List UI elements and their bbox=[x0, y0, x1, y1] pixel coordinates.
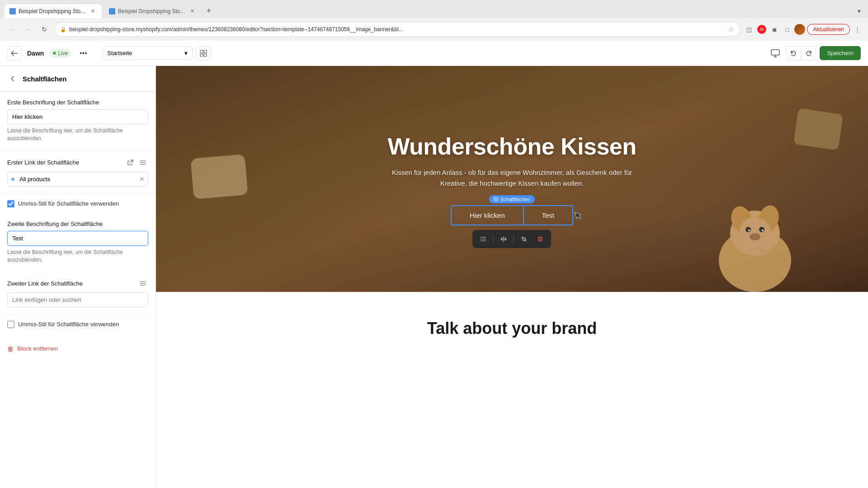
second-button-hint: Lasse die Beschriftung leer, um die Scha… bbox=[7, 249, 148, 264]
browser-icons: ◫ O ◙ □ Aktualisieren ⋮ bbox=[744, 24, 863, 35]
hero-content: Wunderschöne Kissen Kissen für jeden Anl… bbox=[377, 124, 648, 235]
wallet-icon[interactable]: ◙ bbox=[769, 24, 780, 35]
bookmark-icon[interactable]: ☆ bbox=[728, 26, 734, 33]
tab-bar: Beispiel Dropshipping Store · ✕ Beispiel… bbox=[0, 0, 868, 18]
forward-nav-button[interactable]: → bbox=[22, 23, 34, 36]
external-link-icon[interactable] bbox=[125, 157, 136, 168]
first-link-label-text: Erster Link der Schaltfläche bbox=[7, 159, 79, 166]
svg-rect-3 bbox=[204, 54, 207, 56]
first-button-input[interactable] bbox=[7, 109, 148, 124]
browse-link-icon-2[interactable] bbox=[137, 278, 148, 289]
toolbar-divider-2 bbox=[514, 235, 514, 244]
desktop-view-button[interactable] bbox=[768, 46, 783, 61]
svg-rect-17 bbox=[538, 238, 542, 241]
sidebar: Schaltflächen Erste Beschriftung der Sch… bbox=[0, 66, 156, 488]
extensions-icon[interactable]: ◫ bbox=[744, 24, 755, 35]
update-button[interactable]: Aktualisieren bbox=[807, 24, 850, 35]
topbar-back-button[interactable] bbox=[7, 46, 22, 61]
first-link-section: Erster Link der Schaltfläche ◈ ✕ bbox=[0, 150, 156, 194]
browser-chrome: Beispiel Dropshipping Store · ✕ Beispiel… bbox=[0, 0, 868, 41]
svg-rect-0 bbox=[200, 50, 203, 53]
browse-link-icon[interactable] bbox=[137, 157, 148, 168]
outline-label-2: Umriss-Stil für Schaltfläche verwenden bbox=[18, 320, 119, 328]
svg-point-13 bbox=[748, 230, 750, 231]
pillow-decoration-right bbox=[793, 108, 843, 150]
second-link-section: Zweiter Link der Schaltfläche bbox=[0, 271, 156, 315]
screenshot-icon[interactable]: □ bbox=[782, 24, 793, 35]
menu-icon[interactable]: ⋮ bbox=[852, 24, 863, 35]
tab-dropdown-icon[interactable]: ▾ bbox=[854, 5, 864, 16]
tab-end: ▾ bbox=[854, 5, 864, 16]
undo-button[interactable] bbox=[786, 46, 801, 61]
new-tab-button[interactable]: + bbox=[203, 5, 215, 17]
svg-point-10 bbox=[745, 227, 751, 232]
brand-section: Talk about your brand bbox=[156, 292, 868, 347]
save-button[interactable]: Speichern bbox=[820, 46, 861, 60]
toolbar-hide-icon[interactable] bbox=[518, 233, 530, 245]
topbar-right: Speichern bbox=[768, 46, 861, 61]
block-remove-button[interactable]: 🗑 Block entfernen bbox=[0, 338, 156, 360]
opera-icon[interactable]: O bbox=[756, 24, 767, 35]
outline-checkbox-1[interactable] bbox=[7, 200, 14, 207]
buttons-container: Schaltflächen Hier klicken Test bbox=[451, 205, 573, 225]
first-button-hint: Lasse die Beschriftung leer, um die Scha… bbox=[7, 127, 148, 142]
app-shell: Dawn Live ••• Startseite ▾ bbox=[0, 41, 868, 488]
tab-close-1[interactable]: ✕ bbox=[89, 8, 96, 15]
reload-button[interactable]: ↻ bbox=[38, 23, 51, 36]
sidebar-back-button[interactable] bbox=[7, 73, 18, 84]
svg-point-12 bbox=[750, 233, 760, 240]
svg-rect-1 bbox=[204, 50, 207, 53]
svg-rect-2 bbox=[200, 54, 203, 56]
second-link-label-text: Zweiter Link der Schaltfläche bbox=[7, 280, 83, 287]
top-bar: Dawn Live ••• Startseite ▾ bbox=[0, 41, 868, 66]
url-text: beispiel-dropshipping-store.myshopify.co… bbox=[69, 26, 726, 33]
live-label: Live bbox=[58, 50, 68, 56]
grid-view-button[interactable] bbox=[196, 46, 211, 61]
toolbar-reorder-icon[interactable] bbox=[477, 233, 490, 245]
toolbar-move-icon[interactable] bbox=[497, 233, 510, 245]
second-button-section: Zweite Beschriftung der Schaltfläche Las… bbox=[0, 213, 156, 264]
brand-title: Talk about your brand bbox=[174, 319, 850, 338]
second-button-label-text: Zweite Beschriftung der Schaltfläche bbox=[7, 221, 148, 227]
buttons-wrapper: Hier klicken Test bbox=[451, 205, 573, 225]
back-nav-button[interactable]: ← bbox=[5, 23, 18, 36]
hero-title: Wunderschöne Kissen bbox=[386, 133, 639, 160]
preview-area: Wunderschöne Kissen Kissen für jeden Anl… bbox=[156, 66, 868, 488]
toolbar-divider-1 bbox=[493, 235, 494, 244]
tag-icon: ◈ bbox=[11, 176, 15, 182]
outline-checkbox-2[interactable] bbox=[7, 321, 14, 328]
second-button-input[interactable] bbox=[7, 231, 148, 246]
first-link-input[interactable] bbox=[7, 172, 148, 187]
more-options-button[interactable]: ••• bbox=[77, 47, 90, 60]
undo-redo-group bbox=[786, 46, 816, 61]
url-bar[interactable]: 🔒 beispiel-dropshipping-store.myshopify.… bbox=[54, 22, 740, 37]
tab-favicon-1 bbox=[9, 8, 16, 14]
theme-name: Dawn bbox=[27, 50, 44, 57]
trash-icon: 🗑 bbox=[7, 345, 14, 352]
redo-button[interactable] bbox=[802, 46, 816, 61]
tab-favicon-2 bbox=[109, 8, 115, 14]
sidebar-header: Schaltflächen bbox=[0, 66, 156, 92]
sidebar-title: Schaltflächen bbox=[23, 75, 67, 83]
tab-close-2[interactable]: ✕ bbox=[189, 8, 196, 15]
second-link-input[interactable] bbox=[7, 292, 148, 307]
floating-toolbar bbox=[472, 230, 551, 248]
live-badge: Live bbox=[49, 49, 71, 58]
tab-title-2: Beispiel Dropshipping Store · bbox=[118, 8, 186, 14]
hero-button-second[interactable]: Test bbox=[524, 206, 573, 225]
svg-point-11 bbox=[759, 227, 764, 232]
hero-button-first[interactable]: Hier klicken bbox=[452, 206, 524, 225]
toolbar-delete-icon[interactable] bbox=[534, 233, 547, 245]
block-remove-label: Block entfernen bbox=[17, 345, 58, 352]
main-content: Schaltflächen Erste Beschriftung der Sch… bbox=[0, 66, 868, 488]
clear-link-icon[interactable]: ✕ bbox=[139, 175, 145, 183]
tab-inactive[interactable]: Beispiel Dropshipping Store · ✕ bbox=[103, 4, 202, 18]
profile-icon[interactable] bbox=[794, 24, 805, 35]
first-button-section: Erste Beschriftung der Schaltfläche Lass… bbox=[0, 92, 156, 150]
page-selector[interactable]: Startseite ▾ bbox=[102, 47, 193, 60]
schaltflaechen-badge-text: Schaltflächen bbox=[500, 197, 530, 202]
hero-section: Wunderschöne Kissen Kissen für jeden Anl… bbox=[156, 66, 868, 292]
outline-label-1: Umriss-Stil für Schaltfläche verwenden bbox=[18, 200, 119, 208]
tab-active[interactable]: Beispiel Dropshipping Store · ✕ bbox=[4, 4, 102, 18]
first-button-label-text: Erste Beschriftung der Schaltfläche bbox=[7, 99, 148, 106]
